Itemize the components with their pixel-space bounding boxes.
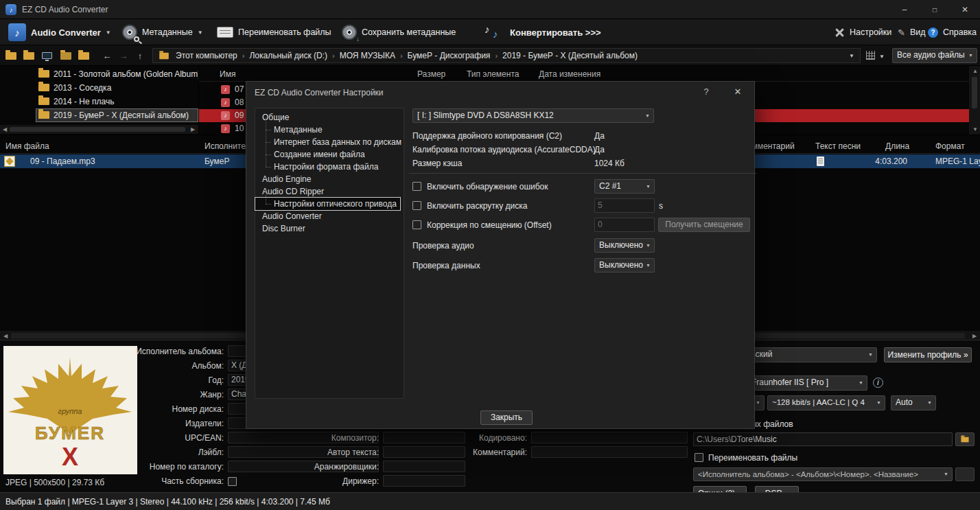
- column-header-length[interactable]: Длина: [885, 141, 909, 151]
- forward-button[interactable]: →: [117, 49, 130, 62]
- save-folder-button[interactable]: [22, 49, 36, 62]
- close-button[interactable]: ✕: [950, 0, 980, 19]
- offset-checkbox[interactable]: [412, 220, 421, 229]
- column-header-lyrics[interactable]: Текст песни: [815, 141, 861, 151]
- mode-select-button[interactable]: ♪ Audio Converter ▼: [8, 19, 111, 45]
- nav-item-optical-drive-selected[interactable]: Настройки оптического привода: [255, 198, 400, 210]
- close-settings-button[interactable]: Закрыть: [480, 410, 533, 425]
- dialog-help-button[interactable]: ?: [699, 86, 713, 97]
- computer-button[interactable]: [40, 49, 54, 62]
- encoder-select[interactable]: Fraunhofer IIS [ Pro ]▼: [747, 375, 867, 391]
- address-dropdown-icon[interactable]: ▼: [849, 53, 854, 59]
- verify-audio-select[interactable]: Выключено▼: [594, 238, 655, 253]
- addressbar: ← → ↑ Этот компьютер › Локальный диск (D…: [0, 45, 980, 66]
- conductor-field[interactable]: [383, 475, 465, 487]
- column-header-filename[interactable]: Имя файла: [5, 141, 49, 151]
- music-file-icon: ♪: [221, 124, 230, 133]
- scroll-left-icon[interactable]: ◀: [3, 333, 8, 339]
- pattern-extra-button[interactable]: [955, 467, 975, 481]
- c2-mode-select[interactable]: C2 #1▼: [594, 179, 655, 194]
- nav-item-filename-creation[interactable]: Создание имени файла: [255, 148, 404, 161]
- music-folder-button[interactable]: [77, 49, 91, 62]
- rename-label: Переименовать файлы: [238, 27, 331, 37]
- c2-support-value: Да: [594, 131, 605, 141]
- scroll-down-icon[interactable]: ▼: [972, 126, 978, 132]
- mode-label: Audio Converter: [31, 27, 101, 38]
- browse-folder-button[interactable]: [955, 432, 975, 446]
- breadcrumb-item[interactable]: МОЯ МУЗЫКА: [340, 51, 395, 60]
- arranger-field[interactable]: [383, 461, 465, 472]
- scroll-right-icon[interactable]: ▶: [191, 126, 195, 132]
- breadcrumb: Этот компьютер › Локальный диск (D:) › М…: [152, 48, 861, 63]
- file-list-vscrollbar[interactable]: ▲ ▼: [969, 66, 980, 135]
- scroll-left-icon[interactable]: ◀: [3, 126, 7, 132]
- output-path-field[interactable]: C:\Users\DTore\Music: [693, 432, 953, 446]
- view-mode-caret-icon[interactable]: ▼: [879, 54, 885, 60]
- nav-item-audio-engine[interactable]: Audio Engine: [255, 173, 404, 185]
- spinup-checkbox[interactable]: [412, 201, 421, 210]
- metadata-label: Метаданные: [142, 27, 193, 37]
- offset-value-field[interactable]: 0: [594, 218, 655, 232]
- minimize-button[interactable]: –: [889, 0, 920, 19]
- help-button[interactable]: ? Справка: [928, 19, 977, 45]
- change-profile-button[interactable]: Изменить профиль »: [884, 347, 972, 362]
- rename-files-checkbox[interactable]: [695, 453, 703, 462]
- view-mode-button[interactable]: [866, 51, 875, 60]
- lyricist-label: Автор текста:: [295, 448, 379, 457]
- nav-item-general[interactable]: Общие: [255, 111, 404, 124]
- column-header-size[interactable]: Размер: [417, 69, 445, 79]
- compilation-checkbox[interactable]: [228, 477, 237, 486]
- bitrate-select[interactable]: ~128 kbit/s | AAC-LC | Q 4▼: [767, 395, 885, 410]
- scrollbar-thumb[interactable]: [10, 127, 185, 132]
- folder-browse-button[interactable]: [59, 49, 73, 62]
- tree-folder[interactable]: 2013 - Соседка: [0, 81, 199, 95]
- encoder-info-icon[interactable]: i: [873, 378, 883, 388]
- breadcrumb-item[interactable]: Этот компьютер: [176, 51, 237, 60]
- column-header-type[interactable]: Тип элемента: [467, 69, 519, 79]
- get-offset-button[interactable]: Получить смещение: [658, 218, 750, 232]
- file-filter-select[interactable]: Все аудио файлы▼: [892, 48, 977, 63]
- filename-pattern-select[interactable]: <Исполнитель альбома> - <Альбом>\<Номер>…: [693, 467, 953, 481]
- tree-folder[interactable]: 2011 - Золотой альбом (Golden Album): [0, 67, 199, 81]
- nav-item-disc-burner[interactable]: Disc Burner: [255, 222, 404, 235]
- rename-files-button[interactable]: Переименовать файлы: [217, 19, 331, 45]
- breadcrumb-item[interactable]: 2019 - БумеР - X (Десятый альбом): [502, 51, 638, 60]
- settings-button[interactable]: Настройки: [835, 19, 891, 45]
- column-header-date[interactable]: Дата изменения: [539, 69, 600, 79]
- spinup-seconds-field[interactable]: 5: [594, 198, 655, 213]
- encoded-field[interactable]: [531, 432, 688, 443]
- view-button[interactable]: ✎ Вид: [898, 19, 926, 45]
- channels-select[interactable]: Auto▼: [891, 395, 936, 410]
- convert-button[interactable]: ♪♪ Конвертировать >>>: [485, 19, 601, 45]
- breadcrumb-item[interactable]: БумеР - Дискография: [408, 51, 491, 60]
- maximize-button[interactable]: □: [920, 0, 950, 19]
- album-label: Альбом:: [80, 361, 224, 371]
- nav-item-audio-converter[interactable]: Audio Converter: [255, 210, 404, 222]
- tree-folder-selected[interactable]: 2019 - БумеР - X (Десятый альбом): [0, 108, 199, 122]
- tree-hscrollbar[interactable]: ◀ ▶: [0, 125, 199, 134]
- verify-data-select[interactable]: Выключено▼: [594, 258, 655, 273]
- nav-item-cd-ripper[interactable]: Audio CD Ripper: [255, 185, 404, 198]
- error-detection-checkbox[interactable]: [412, 182, 421, 191]
- scrollbar-thumb[interactable]: [972, 77, 977, 108]
- chevron-down-icon: ▼: [646, 184, 651, 189]
- metadata-button[interactable]: Метаданные ▼: [122, 19, 203, 45]
- column-header-format[interactable]: Формат: [935, 141, 965, 151]
- chevron-down-icon: ▼: [106, 30, 111, 36]
- scroll-right-icon[interactable]: ▶: [972, 333, 977, 339]
- up-button[interactable]: ↑: [133, 49, 147, 62]
- nav-item-file-format[interactable]: Настройки формата файла: [255, 161, 404, 173]
- drive-select[interactable]: [ I: ] Slimtype DVD A DS8A8SH KX12▼: [412, 108, 654, 123]
- column-header-name[interactable]: Имя: [220, 69, 235, 79]
- scroll-up-icon[interactable]: ▲: [972, 68, 978, 74]
- tree-folder[interactable]: 2014 - Не плачь: [0, 95, 199, 108]
- breadcrumb-item[interactable]: Локальный диск (D:): [249, 51, 327, 60]
- save-metadata-button[interactable]: ↓ Сохранить метаданные: [342, 19, 456, 45]
- nav-item-internet-db[interactable]: Интернет база данных по дискам: [255, 136, 404, 148]
- comment-field[interactable]: [531, 446, 688, 458]
- dialog-close-button[interactable]: ✕: [731, 86, 745, 97]
- music-file-icon: ♪: [221, 111, 230, 120]
- nav-item-metadata[interactable]: Метаданные: [255, 124, 404, 136]
- back-button[interactable]: ←: [100, 49, 114, 62]
- new-folder-button[interactable]: [4, 49, 18, 62]
